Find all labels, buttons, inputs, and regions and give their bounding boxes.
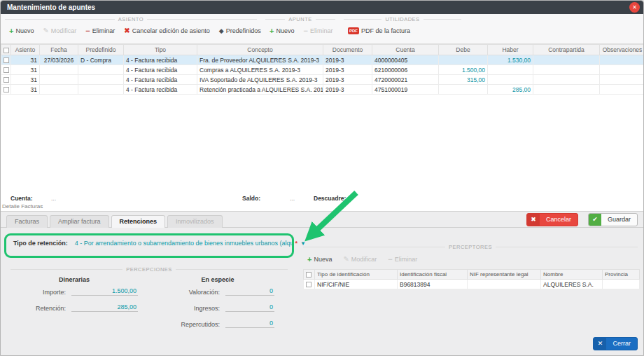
cell-contrapartida[interactable] xyxy=(533,65,600,75)
cell-contrapartida[interactable] xyxy=(533,75,600,85)
cell-haber[interactable]: 285,00 xyxy=(488,85,533,95)
mantenimiento-apuntes-window: Mantenimiento de apuntes ✕ ASIENTO + Nue… xyxy=(0,0,644,356)
cancelar-button[interactable]: ✖ Cancelar xyxy=(526,213,578,226)
cell-cuenta[interactable]: 4751000019 xyxy=(372,85,439,95)
row-checkbox[interactable] xyxy=(4,77,9,83)
row-checkbox[interactable] xyxy=(306,282,312,287)
cell-tipo[interactable]: 4 - Factura recibida xyxy=(124,55,197,65)
cell-debe[interactable] xyxy=(439,85,488,95)
cell-predefinido[interactable] xyxy=(78,85,124,95)
perceptor-row[interactable]: NIF/CIF/NIE B96813894 ALQUILERES S.A. xyxy=(304,280,640,289)
retencion-input[interactable]: 285,00 xyxy=(71,303,138,312)
apunte-nuevo-button[interactable]: + Nuevo xyxy=(270,27,294,34)
cell-debe[interactable]: 1.500,00 xyxy=(439,65,488,75)
cell-concepto[interactable]: Retención practicada a ALQUILERES S.A. 2… xyxy=(197,85,323,95)
cell-asiento[interactable]: 31 xyxy=(11,55,40,65)
cell-asiento[interactable]: 31 xyxy=(11,75,40,85)
cell-asiento[interactable]: 31 xyxy=(11,85,40,95)
table-row[interactable]: 31 4 - Factura recibida Retención practi… xyxy=(1,85,644,95)
new-icon: + xyxy=(307,256,312,263)
cell-cuenta[interactable]: 4000000405 xyxy=(372,55,439,65)
cell-observaciones[interactable] xyxy=(600,55,644,65)
cell-contrapartida[interactable] xyxy=(533,55,600,65)
table-row[interactable]: 31 27/03/2026 D - Compra 4 - Factura rec… xyxy=(1,55,644,65)
cell-fecha[interactable] xyxy=(40,85,78,95)
perceptor-eliminar-button[interactable]: − Eliminar xyxy=(388,256,417,263)
valoracion-input[interactable]: 0 xyxy=(225,287,274,296)
guardar-button[interactable]: ✔ Guardar xyxy=(588,213,638,226)
descuadre-label: Descuadre: xyxy=(314,195,346,202)
cell-predefinido[interactable] xyxy=(78,65,124,75)
cell-documento[interactable]: 2019-3 xyxy=(323,85,372,95)
tipo-retencion-dropdown[interactable]: Tipo de retención: 4 - Por arrendamiento… xyxy=(13,240,306,247)
apunte-eliminar-button[interactable]: − Eliminar xyxy=(303,27,332,34)
cuenta-label: Cuenta: xyxy=(10,195,33,202)
cell-provincia[interactable] xyxy=(603,280,640,289)
perceptor-nueva-button[interactable]: + Nueva xyxy=(307,256,332,263)
cell-haber[interactable] xyxy=(488,65,533,75)
cell-observaciones[interactable] xyxy=(600,65,644,75)
row-checkbox[interactable] xyxy=(4,67,9,73)
tab-retenciones[interactable]: Retenciones xyxy=(111,215,166,228)
cancelar-edicion-asiento-button[interactable]: ✖ Cancelar edición de asiento xyxy=(124,27,209,34)
close-window-icon[interactable]: ✕ xyxy=(629,2,640,13)
cell-debe[interactable] xyxy=(439,55,488,65)
cell-fecha[interactable]: 27/03/2026 xyxy=(40,55,78,65)
cell-cuenta[interactable]: 4720000021 xyxy=(372,75,439,85)
cell-tipo[interactable]: 4 - Factura recibida xyxy=(124,85,197,95)
perceptor-modificar-button[interactable]: ✎ Modificar xyxy=(343,256,377,263)
cell-identificacion-fiscal[interactable]: B96813894 xyxy=(398,280,468,289)
col-concepto: Concepto xyxy=(197,45,323,55)
cell-fecha[interactable] xyxy=(40,75,78,85)
cell-cuenta[interactable]: 6210000006 xyxy=(372,65,439,75)
cell-observaciones[interactable] xyxy=(600,85,644,95)
cell-tipo-identificacion[interactable]: NIF/CIF/NIE xyxy=(315,280,398,289)
cell-predefinido[interactable]: D - Compra xyxy=(78,55,124,65)
ingresos-input[interactable]: 0 xyxy=(225,303,274,312)
section-header-utilidades: UTILIDADES xyxy=(344,16,461,22)
cell-documento[interactable]: 2019-3 xyxy=(323,55,372,65)
perceptores-section-header: PERCEPTORES xyxy=(303,244,638,250)
cell-predefinido[interactable] xyxy=(78,75,124,85)
asiento-eliminar-button[interactable]: − Eliminar xyxy=(85,27,115,34)
cell-concepto[interactable]: Fra. de Proveedor ALQUILERES S.A. 2019-3 xyxy=(197,55,323,65)
cell-haber[interactable]: 1.530,00 xyxy=(488,55,533,65)
tab-ampliar-factura[interactable]: Ampliar factura xyxy=(50,215,109,228)
cell-tipo[interactable]: 4 - Factura recibida xyxy=(124,75,197,85)
cell-asiento[interactable]: 31 xyxy=(11,65,40,75)
cell-debe[interactable]: 315,00 xyxy=(439,75,488,85)
table-row[interactable]: 31 4 - Factura recibida IVA Soportado de… xyxy=(1,75,644,85)
cell-observaciones[interactable] xyxy=(600,75,644,85)
cell-documento[interactable]: 2019-3 xyxy=(323,65,372,75)
cell-nombre[interactable]: ALQUILERES S.A. xyxy=(541,280,603,289)
asiento-nuevo-button[interactable]: + Nuevo xyxy=(9,27,34,34)
row-checkbox[interactable] xyxy=(4,87,9,93)
cell-documento[interactable]: 2019-3 xyxy=(323,75,372,85)
tipo-retencion-label: Tipo de retención: xyxy=(13,240,68,247)
asiento-modificar-button[interactable]: ✎ Modificar xyxy=(43,27,76,34)
cell-contrapartida[interactable] xyxy=(533,85,600,95)
cell-concepto[interactable]: Compras a ALQUILERES S.A. 2019-3 xyxy=(197,65,323,75)
button-label: Eliminar xyxy=(395,256,418,263)
tab-inmovilizados[interactable]: Inmovilizados xyxy=(167,215,223,228)
pdf-factura-button[interactable]: PDF PDF de la factura xyxy=(348,27,410,34)
col-provincia: Provincia xyxy=(603,270,640,280)
delete-icon: − xyxy=(388,256,392,263)
cell-haber[interactable] xyxy=(488,75,533,85)
select-all-checkbox[interactable] xyxy=(4,48,9,53)
cell-tipo[interactable]: 4 - Factura recibida xyxy=(124,65,197,75)
row-checkbox[interactable] xyxy=(4,57,9,63)
cell-concepto[interactable]: IVA Soportado de ALQUILERES S.A. 2019-3 xyxy=(197,75,323,85)
predefinidos-button[interactable]: ◆ Predefinidos xyxy=(219,27,261,34)
col-cuenta: Cuenta xyxy=(372,45,439,55)
table-row[interactable]: 31 4 - Factura recibida Compras a ALQUIL… xyxy=(1,65,644,75)
cerrar-button[interactable]: ✕ Cerrar xyxy=(593,337,638,350)
cell-nif-representante[interactable] xyxy=(468,280,541,289)
cell-fecha[interactable] xyxy=(40,65,78,75)
repercutidos-input[interactable]: 0 xyxy=(225,320,274,328)
tab-facturas[interactable]: Facturas xyxy=(6,215,48,228)
valoracion-label: Valoración: xyxy=(167,289,220,296)
section-header-apunte: APUNTE xyxy=(265,16,335,22)
select-all-checkbox[interactable] xyxy=(306,272,312,278)
importe-input[interactable]: 1.500,00 xyxy=(71,287,138,296)
